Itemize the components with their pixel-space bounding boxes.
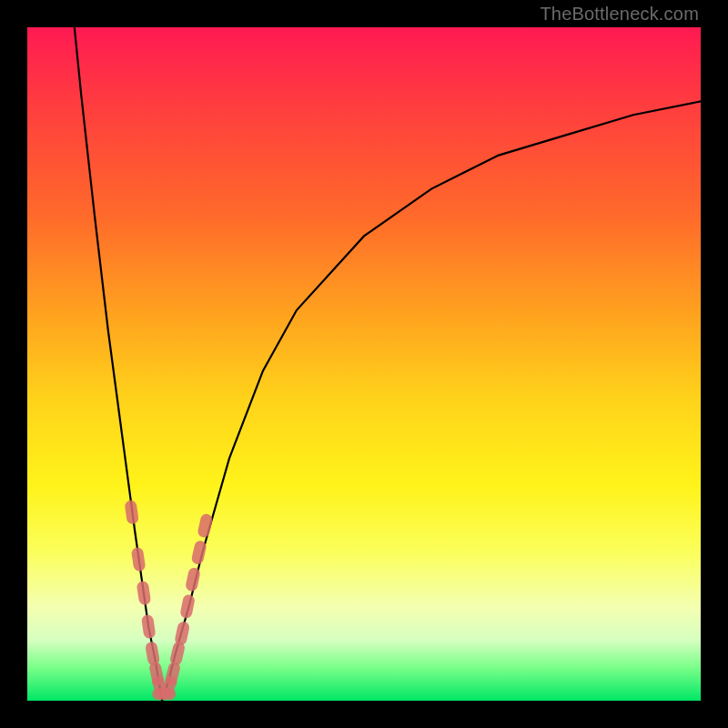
- marker-point: [197, 512, 213, 538]
- marker-point: [169, 641, 187, 666]
- marker-cluster: [124, 500, 213, 701]
- marker-point: [179, 593, 196, 619]
- marker-point: [141, 614, 157, 640]
- marker-point: [174, 621, 190, 646]
- marker-point: [191, 540, 207, 565]
- plot-area: [27, 27, 701, 701]
- marker-point: [164, 661, 181, 686]
- chart-frame: TheBottleneck.com: [0, 0, 728, 728]
- watermark-text: TheBottleneck.com: [540, 4, 699, 25]
- marker-point: [124, 500, 139, 525]
- marker-point: [145, 641, 160, 666]
- marker-point: [136, 581, 152, 606]
- curve-right-branch: [162, 101, 701, 701]
- marker-point: [185, 567, 201, 592]
- marker-point: [131, 547, 147, 572]
- curve-layer: [27, 27, 701, 701]
